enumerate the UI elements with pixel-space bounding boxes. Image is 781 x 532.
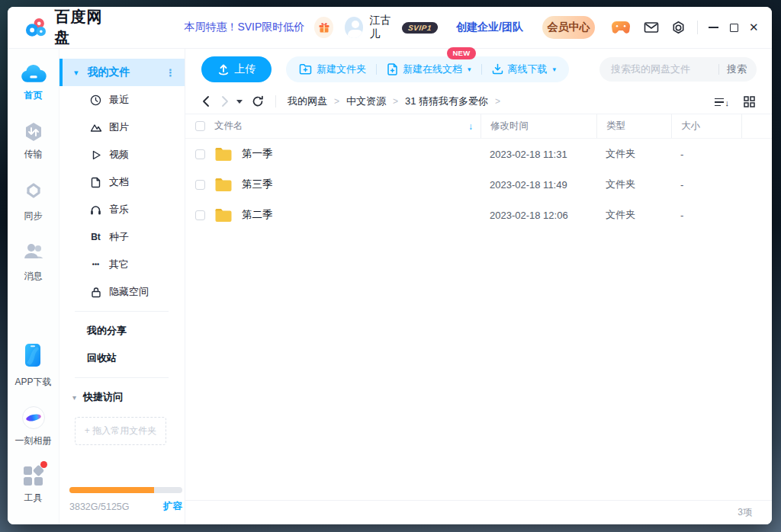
rail-item-album[interactable]: 一刻相册 xyxy=(15,406,52,447)
file-type: 文件夹 xyxy=(596,208,671,222)
storage-bar-fill xyxy=(69,487,154,493)
sidebar-item-my-files[interactable]: ▾ 我的文件 ⋮ xyxy=(59,59,185,86)
breadcrumb-separator: > xyxy=(334,96,339,107)
panel-divider xyxy=(75,377,169,378)
new-folder-button[interactable]: 新建文件夹 xyxy=(299,62,366,76)
collapse-caret-icon[interactable]: ▾ xyxy=(72,393,76,402)
titlebar-divider xyxy=(697,21,698,34)
toolbar-group: 新建文件夹 新建在线文档 ▾ NEW xyxy=(286,56,569,82)
back-button[interactable] xyxy=(202,95,210,107)
gift-icon[interactable] xyxy=(314,17,333,38)
breadcrumb-row: 我的网盘 > 中文资源 > 31 猜猜我有多爱你 > ↓ xyxy=(185,89,772,114)
app-body: 首页 传输 同步 xyxy=(8,49,772,524)
svip-promo-link[interactable]: 本周特惠！SVIP限时低价 xyxy=(184,21,304,34)
sidebar-item-recent[interactable]: 最近 xyxy=(59,86,185,114)
sidebar-item-my-share[interactable]: 我的分享 xyxy=(59,317,185,345)
gamepad-glyph-icon xyxy=(611,21,631,34)
rail-item-messages[interactable]: 消息 xyxy=(23,242,44,283)
breadcrumb-item[interactable]: 我的网盘 xyxy=(288,95,327,108)
upload-arrow-icon xyxy=(217,63,230,75)
new-online-doc-button[interactable]: 新建在线文档 ▾ NEW xyxy=(387,62,471,76)
app-window: 百度网盘 本周特惠！SVIP限时低价 江古儿 SVIP1 创建企业/团队 会员中… xyxy=(8,7,772,524)
table-row[interactable]: 第一季 2023-02-18 11:31 文件夹 - xyxy=(185,139,772,169)
rail-item-transfer[interactable]: 传输 xyxy=(23,121,44,161)
search-button[interactable]: 搜索 xyxy=(727,62,747,76)
breadcrumb-separator: > xyxy=(495,96,500,107)
main-content: 上传 新建文件夹 xyxy=(185,49,772,524)
vip-center-button[interactable]: 会员中心 xyxy=(542,16,595,39)
file-name[interactable]: 第三季 xyxy=(242,178,273,191)
forward-button[interactable] xyxy=(221,95,229,107)
search-input[interactable] xyxy=(611,63,714,75)
breadcrumb-item[interactable]: 中文资源 xyxy=(346,95,386,108)
file-type: 文件夹 xyxy=(596,147,671,161)
column-header-name[interactable]: 文件名 xyxy=(214,120,243,133)
user-avatar[interactable] xyxy=(345,17,364,38)
rail-item-app-download[interactable]: APP下载 xyxy=(14,343,51,389)
sidebar-item-other[interactable]: ••• 其它 xyxy=(59,251,185,278)
rail-item-sync[interactable]: 同步 xyxy=(23,180,44,223)
file-size: - xyxy=(671,210,741,221)
sort-list-icon[interactable]: ↓ xyxy=(715,96,730,107)
game-center-icon[interactable] xyxy=(611,21,631,34)
breadcrumb: 我的网盘 > 中文资源 > 31 猜猜我有多爱你 > xyxy=(288,95,500,108)
maximize-button[interactable] xyxy=(726,19,741,36)
more-menu-icon[interactable]: ⋮ xyxy=(166,67,175,79)
mountains-photo-icon xyxy=(89,122,102,133)
upload-button[interactable]: 上传 xyxy=(201,56,272,82)
select-all-checkbox[interactable] xyxy=(195,121,205,131)
settings-gear-icon[interactable] xyxy=(671,21,686,35)
drop-folder-zone[interactable]: + 拖入常用文件夹 xyxy=(75,417,166,445)
mail-icon[interactable] xyxy=(644,21,659,34)
file-size: - xyxy=(671,149,741,160)
download-icon xyxy=(492,63,503,75)
row-checkbox[interactable] xyxy=(195,210,205,220)
side-panel: ▾ 我的文件 ⋮ 最近 图片 视频 xyxy=(59,49,185,524)
sidebar-item-recycle-bin[interactable]: 回收站 xyxy=(59,345,185,372)
sidebar-item-music[interactable]: 音乐 xyxy=(59,196,185,223)
sidebar-item-documents[interactable]: 文档 xyxy=(59,168,185,196)
history-caret-icon[interactable] xyxy=(236,100,243,104)
row-checkbox[interactable] xyxy=(195,180,205,190)
sidebar-item-quick-access[interactable]: ▾ 快捷访问 xyxy=(59,383,185,411)
status-bar: 3项 xyxy=(185,500,772,524)
gift-glyph-icon xyxy=(318,21,330,34)
dropdown-caret-icon: ▾ xyxy=(553,66,557,73)
create-team-link[interactable]: 创建企业/团队 xyxy=(456,21,523,34)
column-header-time[interactable]: 修改时间 xyxy=(480,114,596,138)
panel-divider xyxy=(75,311,169,312)
column-header-type[interactable]: 类型 xyxy=(596,114,671,138)
sidebar-item-torrents[interactable]: Bt 种子 xyxy=(59,223,185,251)
rail-item-tools[interactable]: 工具 xyxy=(23,465,44,505)
column-header-size[interactable]: 大小 xyxy=(671,114,741,138)
storage-section: 3832G/5125G 扩容 xyxy=(59,487,185,524)
transfer-icon xyxy=(23,121,44,143)
table-row[interactable]: 第三季 2023-02-18 11:49 文件夹 - xyxy=(185,169,772,200)
file-name[interactable]: 第一季 xyxy=(242,147,273,161)
sidebar-item-pictures[interactable]: 图片 xyxy=(59,114,185,141)
tools-notification-dot xyxy=(40,461,47,468)
breadcrumb-item[interactable]: 31 猜猜我有多爱你 xyxy=(405,95,488,108)
sort-direction-icon[interactable]: ↓ xyxy=(468,121,473,132)
table-row[interactable]: 第二季 2023-02-18 12:06 文件夹 - xyxy=(185,200,772,230)
username[interactable]: 江古儿 xyxy=(369,14,397,41)
headphones-icon xyxy=(89,204,102,215)
close-button[interactable]: ✕ xyxy=(747,19,761,36)
expand-storage-link[interactable]: 扩容 xyxy=(163,500,182,513)
offline-download-button[interactable]: 离线下载 ▾ xyxy=(492,62,557,76)
app-title: 百度网盘 xyxy=(55,7,111,48)
row-checkbox[interactable] xyxy=(195,149,205,159)
doc-plus-icon xyxy=(387,63,398,75)
minimize-button[interactable] xyxy=(706,19,721,36)
svip-badge: SVIP1 xyxy=(401,22,438,34)
refresh-button[interactable] xyxy=(252,95,264,107)
document-icon xyxy=(89,177,102,188)
sidebar-item-videos[interactable]: 视频 xyxy=(59,141,185,168)
file-name[interactable]: 第二季 xyxy=(242,208,273,222)
grid-view-icon[interactable] xyxy=(744,96,755,107)
collapse-caret-icon[interactable]: ▾ xyxy=(74,68,79,78)
rail-item-home[interactable]: 首页 xyxy=(21,63,47,102)
app-logo: 百度网盘 xyxy=(25,7,110,48)
album-lens-icon xyxy=(22,406,45,429)
sidebar-item-hidden-space[interactable]: 隐藏空间 xyxy=(59,278,185,306)
